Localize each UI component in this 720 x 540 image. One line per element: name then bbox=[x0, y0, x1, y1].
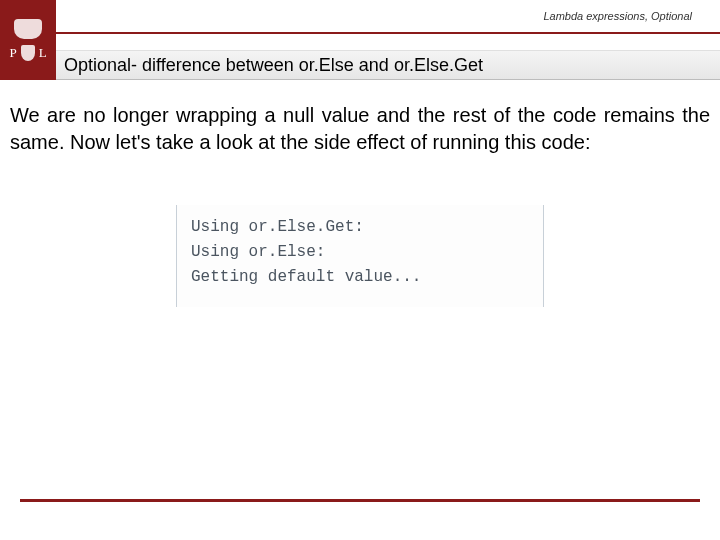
code-output-block: Using or.Else.Get: Using or.Else: Gettin… bbox=[176, 205, 544, 307]
breadcrumb: Lambda expressions, Optional bbox=[543, 10, 692, 22]
logo-letter-left: P bbox=[9, 45, 16, 61]
logo-emblem-top bbox=[14, 19, 42, 39]
slide-title: Optional- difference between or.Else and… bbox=[64, 55, 483, 76]
logo-letter-right: L bbox=[39, 45, 47, 61]
logo-icon: P L bbox=[4, 4, 52, 76]
footer-rule bbox=[20, 499, 700, 502]
header-rule bbox=[56, 32, 720, 34]
code-output-text: Using or.Else.Get: Using or.Else: Gettin… bbox=[191, 215, 529, 289]
logo-emblem-row: P L bbox=[9, 45, 46, 61]
topbar: Lambda expressions, Optional bbox=[0, 0, 720, 32]
slide: Lambda expressions, Optional P L Optiona… bbox=[0, 0, 720, 540]
shield-icon bbox=[21, 45, 35, 61]
body-paragraph: We are no longer wrapping a null value a… bbox=[10, 102, 710, 156]
title-band: Optional- difference between or.Else and… bbox=[56, 50, 720, 80]
logo-block: P L bbox=[0, 0, 56, 80]
